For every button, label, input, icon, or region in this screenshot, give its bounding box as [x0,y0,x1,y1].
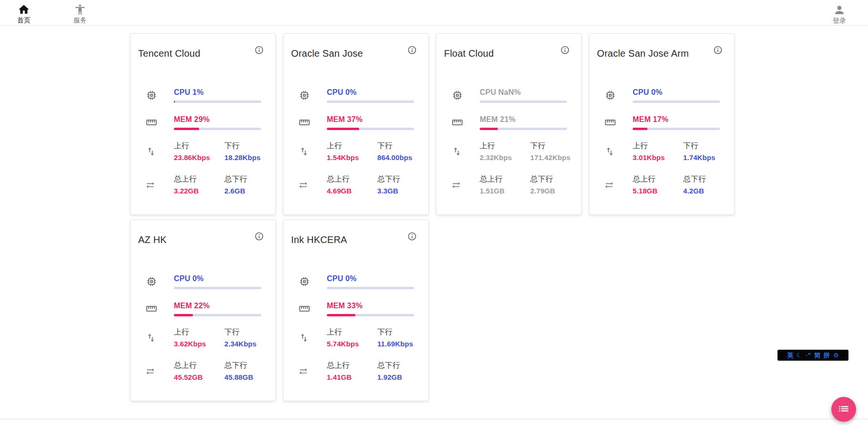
cpu-progress-fill [174,101,175,103]
total-download-label: 总下行 [683,174,734,184]
info-icon[interactable] [407,232,417,241]
top-navigation-bar: 首页 服务 登录 [0,0,868,26]
total-download-value: 3.3GB [377,187,428,195]
server-stats: CPU 0% MEM 17% 上行 3.01Kbps [597,88,720,195]
mem-progress-bar [480,128,567,130]
server-card-float-cloud: Float Cloud CPU NaN% MEM 21% [436,33,582,215]
ime-moon-icon[interactable]: ☾ [796,349,804,361]
cpu-usage-label: CPU NaN% [480,88,567,97]
download-label: 下行 [377,141,428,151]
nav-home-label: 首页 [17,16,30,24]
memory-ruler-icon [597,117,633,128]
mem-progress-bar [327,128,414,130]
total-upload-label: 总上行 [633,174,683,184]
total-download-value: 2.79GB [530,187,581,195]
mem-usage-label: MEM 22% [174,301,261,311]
upload-speed: 5.74Kbps [327,340,377,348]
ime-simplified-indicator[interactable]: 简 [814,350,820,361]
server-cards-grid: Tencent Cloud CPU 1% MEM 29% [130,33,735,401]
ime-language-indicator[interactable]: 英 [787,350,793,361]
cpu-progress-bar [327,287,414,289]
memory-ruler-icon [291,303,327,314]
cpu-chip-icon [138,90,174,101]
total-upload-label: 总上行 [327,174,377,184]
cpu-usage-label: CPU 0% [327,88,414,97]
total-upload-value: 5.18GB [633,187,683,195]
total-download-value: 2.6GB [224,187,275,195]
download-speed: 171.42Kbps [530,153,581,162]
ime-pinyin-indicator[interactable]: 拼 [824,350,830,361]
download-label: 下行 [683,141,734,151]
swap-arrows-icon [291,181,327,190]
total-download-label: 总下行 [224,361,275,370]
swap-arrows-icon [138,367,174,376]
download-label: 下行 [224,327,275,337]
total-download-value: 45.88GB [224,373,275,382]
server-stats: CPU 0% MEM 33% 上行 5.74Kbps [291,274,414,382]
server-card-oracle-san-jose: Oracle San Jose CPU 0% MEM 37% [283,33,429,215]
server-name: AZ HK [138,234,167,245]
mem-usage-label: MEM 17% [633,115,720,124]
download-label: 下行 [224,141,275,151]
total-download-label: 总下行 [377,361,428,370]
info-icon[interactable] [254,45,264,55]
mem-progress-fill [480,128,498,130]
info-icon[interactable] [713,45,723,55]
server-name: Float Cloud [444,48,494,59]
info-icon[interactable] [254,232,264,241]
mem-progress-fill [327,314,355,316]
download-label: 下行 [530,141,581,151]
server-name: Oracle San Jose Arm [597,48,689,59]
server-list-fab-button[interactable] [831,397,856,422]
server-card-ink-hkcera: Ink HKCERA CPU 0% MEM 33% [283,220,429,401]
person-icon [833,4,846,16]
ime-settings-gear-icon[interactable]: ⚙ [833,350,839,361]
mem-usage-label: MEM 33% [327,301,414,311]
nav-item-home[interactable]: 首页 [17,1,30,24]
nav-left-group: 首页 服务 [0,1,87,24]
total-download-label: 总下行 [377,174,428,184]
cpu-progress-bar [327,101,414,103]
mem-progress-fill [633,128,647,130]
ime-punctuation-icon[interactable]: ·” [806,350,811,361]
info-icon[interactable] [407,45,417,55]
server-card-oracle-san-jose-arm: Oracle San Jose Arm CPU 0% MEM 17% [589,33,735,215]
upload-speed: 3.62Kbps [174,340,224,348]
cpu-progress-bar [633,101,720,103]
download-speed: 1.74Kbps [683,153,734,162]
upload-speed: 2.32Kbps [480,153,530,162]
cpu-progress-bar [174,101,261,103]
list-icon [838,403,850,416]
up-down-arrows-icon [597,146,633,157]
nav-right-group: 登录 [833,0,846,26]
total-upload-value: 1.41GB [327,373,377,382]
server-card-tencent-cloud: Tencent Cloud CPU 1% MEM 29% [130,33,276,215]
download-speed: 2.34Kbps [224,340,275,348]
swap-arrows-icon [291,367,327,376]
info-icon[interactable] [560,45,570,55]
nav-item-services[interactable]: 服务 [73,1,87,24]
swap-arrows-icon [597,181,633,190]
nav-services-label: 服务 [73,16,87,24]
cpu-progress-bar [480,101,567,103]
upload-label: 上行 [327,327,377,337]
mem-progress-fill [327,128,359,130]
download-speed: 11.69Kbps [377,340,428,348]
server-stats: CPU 0% MEM 22% 上行 3.62Kbps [138,274,261,382]
server-name: Tencent Cloud [138,48,200,59]
upload-speed: 1.54Kbps [327,153,377,162]
cpu-usage-label: CPU 0% [174,274,261,283]
total-download-value: 4.2GB [683,187,734,195]
up-down-arrows-icon [291,146,327,157]
download-label: 下行 [377,327,428,337]
total-upload-label: 总上行 [480,174,530,184]
nav-item-login[interactable]: 登录 [833,2,846,24]
footer-divider [0,419,868,425]
home-icon [18,3,30,16]
up-down-arrows-icon [291,333,327,343]
upload-speed: 23.86Kbps [174,153,224,162]
memory-ruler-icon [291,117,327,128]
nav-login-label: 登录 [833,17,846,24]
mem-usage-label: MEM 29% [174,115,261,124]
mem-progress-bar [633,128,720,130]
